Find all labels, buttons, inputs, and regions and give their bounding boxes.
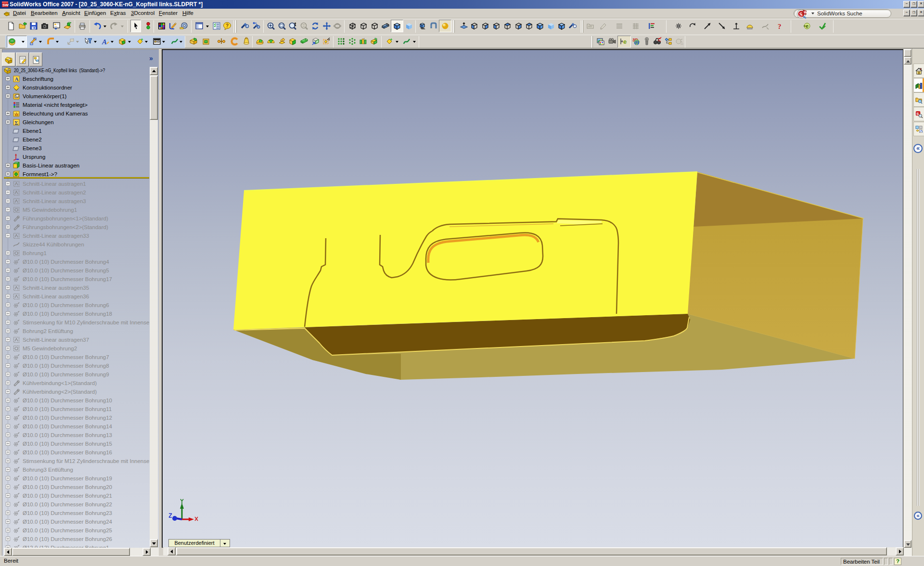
svg-text:W: W <box>804 11 808 14</box>
svg-text:S: S <box>799 11 803 18</box>
